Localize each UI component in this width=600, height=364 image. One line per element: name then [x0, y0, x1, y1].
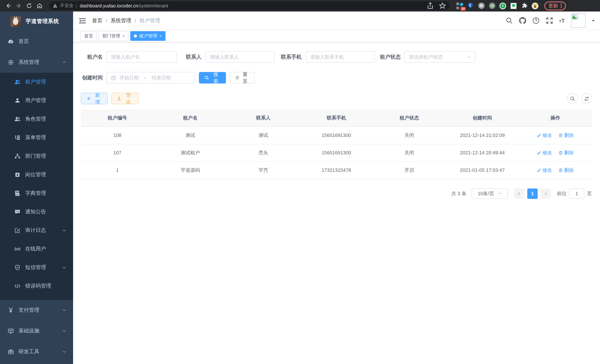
sidebar-item-tenant-management[interactable]: 租户管理 — [0, 73, 73, 91]
extension-command-icon[interactable]: ⌘ — [478, 2, 485, 9]
sidebar-item-home[interactable]: 首页 — [0, 31, 73, 52]
contact-input[interactable] — [210, 54, 270, 60]
share-icon[interactable] — [427, 2, 434, 9]
url-path: /system/tenant — [138, 3, 168, 8]
sidebar-item-online-users[interactable]: 在线用户 — [0, 240, 73, 258]
page-number-1[interactable]: 1 — [527, 188, 538, 199]
header-search-icon[interactable] — [506, 17, 513, 24]
refresh-table-button[interactable] — [581, 93, 592, 104]
bookmark-star-icon[interactable] — [439, 2, 446, 9]
sidebar-item-label: 部门管理 — [25, 153, 46, 159]
tab-close-icon[interactable]: × — [122, 34, 125, 38]
breadcrumb-home[interactable]: 首页 — [92, 17, 103, 24]
sidebar-collapse-icon[interactable] — [79, 17, 86, 24]
extension-chat-icon[interactable] — [510, 2, 517, 9]
page-size-select[interactable]: 10条/页 — [472, 188, 508, 199]
goto-page-input[interactable] — [569, 188, 584, 199]
export-button[interactable]: 导出 — [111, 93, 139, 104]
extension-tabs-icon[interactable]: 10 — [456, 2, 463, 9]
notice-bubble-icon — [14, 209, 20, 215]
browser-home-button[interactable] — [35, 1, 44, 10]
sidebar-item-label: 首页 — [19, 38, 29, 45]
show-search-toggle-button[interactable] — [567, 93, 578, 104]
sidebar-item-error-code[interactable]: 错误码管理 — [0, 277, 73, 295]
sidebar-item-label: 租户管理 — [25, 79, 46, 85]
browser-reload-button[interactable] — [25, 1, 33, 10]
extension-recorder-icon[interactable] — [489, 2, 495, 9]
edit-link[interactable]: 修改 — [537, 132, 552, 139]
update-label: 更新 — [548, 2, 558, 9]
sidebar-item-infrastructure[interactable]: 基础设施 — [0, 321, 73, 341]
prev-page-button[interactable] — [514, 188, 524, 199]
status-select[interactable]: 请选择租户状态 — [404, 51, 475, 63]
sidebar-item-system[interactable]: 系统管理 — [0, 52, 73, 73]
table-header-row: 租户编号 租户名 联系人 联系手机 租户状态 创建时间 操作 — [81, 110, 592, 127]
sidebar-item-notice[interactable]: 通知公告 — [0, 203, 73, 221]
user-menu-caret-icon[interactable] — [592, 20, 595, 23]
next-page-button[interactable] — [541, 188, 551, 199]
user-avatar[interactable] — [571, 13, 586, 28]
browser-menu-icon[interactable] — [561, 3, 562, 8]
breadcrumb-current: 租户管理 — [140, 17, 160, 24]
font-size-icon[interactable]: TT — [559, 18, 565, 24]
breadcrumb-system[interactable]: 系统管理 — [111, 17, 131, 24]
app-logo-row[interactable]: 芋道管理系统 — [0, 11, 73, 31]
browser-forward-button[interactable] — [14, 1, 23, 10]
browser-back-button[interactable] — [4, 1, 13, 10]
sidebar-item-dict-management[interactable]: 字典管理 — [0, 184, 73, 203]
sidebar-item-audit-log[interactable]: 审计日志 — [0, 221, 73, 240]
tab-home[interactable]: 首页 — [81, 31, 97, 41]
sidebar-item-user-management[interactable]: 用户管理 — [0, 91, 73, 110]
edit-link[interactable]: 修改 — [537, 149, 552, 156]
tab-close-icon[interactable]: × — [159, 34, 162, 38]
col-contact: 联系人 — [227, 110, 300, 127]
help-icon[interactable] — [532, 17, 539, 24]
extensions-puzzle-icon[interactable] — [521, 2, 528, 9]
chrome-update-button[interactable]: 更新 — [544, 1, 566, 10]
add-button[interactable]: 新增 — [81, 93, 108, 104]
tab-label: 租户管理 — [139, 33, 157, 39]
tenant-name-input[interactable] — [111, 54, 173, 60]
delete-link[interactable]: 删除 — [559, 167, 574, 173]
sidebar-item-post-management[interactable]: 岗位管理 — [0, 166, 73, 184]
fullscreen-icon[interactable] — [546, 17, 553, 24]
status-select-placeholder: 请选择租户状态 — [409, 54, 443, 60]
sidebar-item-dept-management[interactable]: 部门管理 — [0, 147, 73, 166]
github-icon[interactable] — [519, 17, 526, 24]
search-button[interactable]: 搜索 — [199, 72, 226, 84]
col-actions: 操作 — [519, 110, 592, 127]
chevron-up-icon — [62, 60, 66, 65]
filter-row-2: 创建时间 开始日期 - 结束日期 搜索 重置 — [81, 72, 592, 84]
contact-label: 联系人 — [186, 54, 201, 60]
extension-emoji-icon[interactable] — [532, 2, 538, 9]
delete-link[interactable]: 删除 — [559, 149, 574, 156]
refresh-icon — [584, 96, 589, 101]
tab-dept-management[interactable]: 部门管理 × — [99, 31, 129, 41]
edit-link[interactable]: 修改 — [537, 167, 552, 173]
sidebar-item-sms-management[interactable]: 短信管理 — [0, 258, 73, 277]
app-header: 首页 / 系统管理 / 租户管理 TT — [73, 11, 600, 30]
sidebar-item-dev-tools[interactable]: 研发工具 — [0, 341, 73, 362]
plus-icon — [86, 96, 91, 101]
sidebar-item-role-management[interactable]: 角色管理 — [0, 110, 73, 128]
table-row: 107 测试租户 秃头 15601691300 关闭 2021-12-14 20… — [81, 144, 592, 161]
delete-link[interactable]: 删除 — [559, 132, 574, 139]
gear-icon — [8, 59, 14, 65]
col-tenant-id: 租户编号 — [81, 110, 154, 127]
extension-y-icon[interactable]: Y — [499, 2, 506, 9]
extension-balloon-icon[interactable] — [467, 2, 474, 9]
address-bar[interactable]: 不安全 dashboard.yudao.iocoder.cn/system/te… — [49, 1, 450, 10]
reset-button[interactable]: 重置 — [230, 72, 254, 84]
tab-tenant-management[interactable]: 租户管理 × — [131, 31, 166, 41]
shield-check-icon — [14, 265, 20, 271]
sidebar-item-menu-management[interactable]: 菜单管理 — [0, 128, 73, 147]
sidebar-item-payment[interactable]: 支付管理 — [0, 300, 73, 321]
tenant-name-label: 租户名 — [81, 54, 103, 60]
phone-input[interactable] — [310, 54, 370, 60]
date-range-picker[interactable]: 开始日期 - 结束日期 — [106, 72, 195, 84]
edit-pencil-icon — [537, 168, 541, 172]
edit-pencil-icon — [537, 133, 541, 138]
cell-phone: 15601691300 — [300, 144, 373, 161]
omnibox-divider — [76, 3, 76, 8]
broken-image-icon — [572, 14, 578, 19]
